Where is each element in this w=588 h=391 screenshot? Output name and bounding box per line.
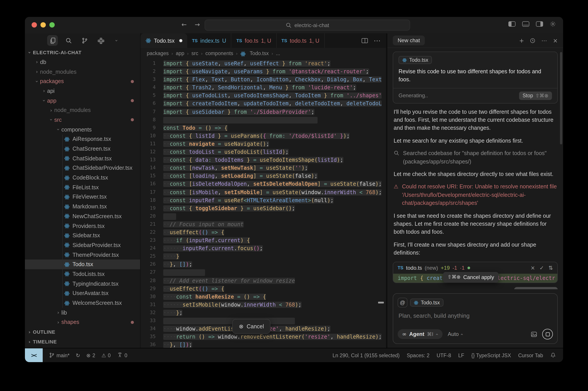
chat-more-icon[interactable]: ⋯ (541, 37, 547, 44)
breadcrumb-item-Todo.tsx[interactable]: Todo.tsx (240, 51, 269, 56)
status-warn[interactable]: ⚠0 (101, 352, 111, 358)
file-item-UserAvatar.tsx[interactable]: UserAvatar.tsx (25, 289, 140, 298)
chat-input[interactable]: @ Todo.tsx Plan, search, build anything … (393, 293, 558, 344)
forward-icon[interactable]: → (195, 21, 200, 28)
model-dropdown[interactable]: Auto › (448, 331, 463, 337)
file-item-AiResponse.tsx[interactable]: AiResponse.tsx (25, 134, 140, 144)
cancel-apply-tooltip[interactable]: ⇧⌘⊗ Cancel apply (443, 272, 499, 282)
accept-all-button[interactable]: Accept all ⌘↵ (514, 287, 558, 289)
image-icon[interactable] (531, 331, 537, 337)
tab-foo.ts[interactable]: TSfoo.ts1, U (232, 33, 277, 48)
project-root-row[interactable]: › ELECTRIC-AI-CHAT (25, 48, 140, 57)
file-item-FileList.tsx[interactable]: FileList.tsx (25, 183, 140, 192)
file-item-CodeBlock.tsx[interactable]: CodeBlock.tsx (25, 173, 140, 183)
close-window-button[interactable] (32, 22, 37, 27)
reject-diff-icon[interactable]: × (531, 265, 535, 271)
outline-section[interactable]: › OUTLINE (25, 327, 140, 337)
status-item[interactable]: Ln 290, Col 1 (9155 selected) (332, 353, 400, 358)
token: ·· (163, 149, 170, 155)
file-item-ChatSidebar.tsx[interactable]: ChatSidebar.tsx (25, 154, 140, 163)
file-item-ThemeProvider.tsx[interactable]: ThemeProvider.tsx (25, 250, 140, 260)
line-number: 33 (141, 317, 156, 325)
agent-mode-dropdown[interactable]: ∞ Agent ⌘I › (398, 329, 442, 339)
file-item-Markdown.tsx[interactable]: Markdown.tsx (25, 202, 140, 211)
breadcrumb-item-app[interactable]: app (176, 51, 184, 56)
status-branch[interactable]: main* (49, 352, 70, 358)
accept-diff-icon[interactable]: ✓ (540, 265, 544, 271)
status-sync[interactable]: ↻ (76, 352, 80, 358)
diff-new-tag: (new) (425, 265, 438, 271)
file-chip[interactable]: Todo.tsx (399, 56, 432, 64)
tool-call-row[interactable]: Searched codebase for "shape definition … (394, 149, 557, 166)
file-item-SidebarProvider.tsx[interactable]: SidebarProvider.tsx (25, 240, 140, 250)
file-item-WelcomeScreen.tsx[interactable]: WelcomeScreen.tsx (25, 298, 140, 308)
status-item[interactable]: Cursor Tab (518, 353, 543, 358)
breadcrumb-item-src[interactable]: src (191, 51, 198, 56)
folder-item-db[interactable]: ›db (25, 57, 140, 67)
apply-stop-button[interactable]: Stop ⇧⌘⊗ (484, 289, 511, 289)
tab-Todo.tsx[interactable]: Todo.tsx (141, 33, 187, 48)
tab-index.ts[interactable]: TSindex.tsU (187, 33, 232, 48)
stop-button[interactable]: Stop ⇧⌘⊗ (519, 91, 552, 100)
folder-item-app[interactable]: ›app (25, 96, 140, 105)
status-item[interactable]: LF (458, 353, 464, 358)
file-item-ChatScreen.tsx[interactable]: ChatScreen.tsx (25, 144, 140, 154)
breadcrumb-item-packages[interactable]: packages (147, 51, 168, 56)
toggle-left-panel-icon[interactable] (508, 21, 516, 27)
stop-generation-button[interactable] (542, 329, 553, 339)
folder-item-packages[interactable]: ›packages (25, 77, 140, 86)
remote-indicator[interactable]: >< (25, 348, 43, 362)
branch-icon[interactable] (79, 35, 90, 46)
maximize-window-button[interactable] (49, 22, 55, 27)
file-item-Todo.tsx[interactable]: Todo.tsx (25, 260, 140, 269)
chat-messages[interactable]: Todo.tsx Revise this code to use two dif… (387, 48, 563, 289)
chevron-down-icon[interactable]: › (111, 35, 122, 46)
minimize-window-button[interactable] (40, 22, 46, 27)
status-item[interactable]: UTF-8 (437, 353, 451, 358)
status-item[interactable]: Spaces: 2 (407, 353, 430, 358)
folder-item-node_modules[interactable]: ›node_modules (25, 67, 140, 76)
more-actions-icon[interactable]: ⋯ (374, 36, 381, 45)
toggle-bottom-panel-icon[interactable] (522, 21, 529, 27)
folder-item-lib[interactable]: ›lib (25, 308, 140, 317)
file-item-NewChatScreen.tsx[interactable]: NewChatScreen.tsx (25, 211, 140, 221)
expand-diff-icon[interactable]: ⇅ (548, 265, 553, 271)
folder-item-src[interactable]: ›src (25, 115, 140, 125)
command-center-search[interactable]: electric-ai-chat (205, 19, 410, 31)
breadcrumb-item-components[interactable]: components (205, 51, 233, 56)
file-item-Providers.tsx[interactable]: Providers.tsx (25, 221, 140, 231)
files-icon[interactable] (47, 35, 58, 46)
file-item-Sidebar.tsx[interactable]: Sidebar.tsx (25, 231, 140, 240)
tab-todo.ts[interactable]: TStodo.ts1, U (277, 33, 325, 48)
context-file-chip[interactable]: Todo.tsx (410, 298, 443, 306)
toggle-right-panel-icon[interactable] (536, 21, 543, 27)
file-item-TodoLists.tsx[interactable]: TodoLists.tsx (25, 269, 140, 279)
back-icon[interactable]: ← (181, 21, 187, 28)
status-item[interactable]: {} TypeScript JSX (471, 353, 511, 358)
new-chat-icon[interactable]: + (519, 37, 524, 44)
breadcrumb-item-...[interactable]: ... (276, 51, 280, 56)
chat-scrollbar[interactable] (560, 52, 562, 144)
history-icon[interactable] (530, 38, 536, 43)
gear-icon[interactable] (550, 21, 556, 27)
extensions-icon[interactable] (95, 35, 106, 46)
close-panel-icon[interactable]: × (553, 37, 558, 44)
folder-item-components[interactable]: ›components (25, 125, 140, 134)
split-editor-icon[interactable] (362, 38, 368, 43)
file-item-ChatSidebarProvider.tsx[interactable]: ChatSidebarProvider.tsx (25, 163, 140, 173)
file-item-TypingIndicator.tsx[interactable]: TypingIndicator.tsx (25, 279, 140, 289)
folder-item-node_modules[interactable]: ›node_modules (25, 105, 140, 115)
search-icon[interactable] (63, 35, 74, 46)
timeline-section[interactable]: › TIMELINE (25, 337, 140, 347)
status-tower[interactable]: 0 (117, 352, 128, 358)
file-item-FileViewer.tsx[interactable]: FileViewer.tsx (25, 192, 140, 202)
folder-item-api[interactable]: ›api (25, 86, 140, 96)
chat-input-placeholder[interactable]: Plan, search, build anything (399, 312, 552, 319)
status-bell[interactable] (550, 352, 556, 358)
cancel-generation-button[interactable]: ⊗ Cancel (232, 319, 271, 334)
chat-tab[interactable]: New chat (393, 36, 425, 45)
folder-item-shapes[interactable]: ›shapes (25, 317, 140, 327)
code-editor[interactable]: 1import { useState, useRef, useEffect } … (141, 59, 386, 348)
add-context-button[interactable]: @ (398, 298, 407, 307)
status-err[interactable]: ⊗2 (86, 352, 95, 358)
